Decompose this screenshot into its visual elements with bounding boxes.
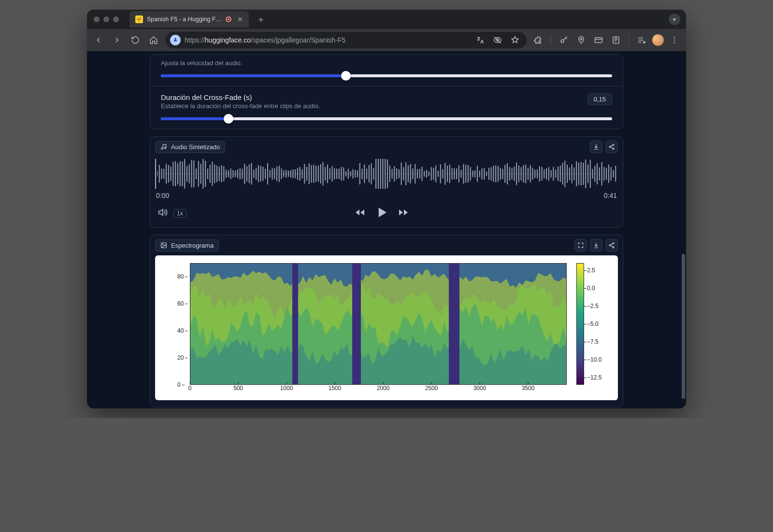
speed-slider-thumb[interactable]: [341, 71, 351, 81]
svg-point-8: [161, 148, 163, 150]
download-image-button[interactable]: [590, 239, 602, 252]
crossfade-value-input[interactable]: 0,15: [587, 93, 612, 105]
traffic-minimize[interactable]: [103, 16, 109, 22]
svg-rect-3: [595, 38, 602, 43]
volume-icon[interactable]: [157, 207, 168, 220]
window-controls[interactable]: [94, 16, 119, 22]
share-audio-button[interactable]: [605, 140, 618, 153]
page-viewport[interactable]: Ajusta la velocidad del audio. Duración …: [87, 51, 686, 408]
payment-icon[interactable]: [592, 33, 605, 47]
traffic-close[interactable]: [94, 16, 100, 22]
image-icon: [160, 242, 167, 249]
spectrogram-panel-label: Espectrograma: [155, 239, 219, 252]
back-button[interactable]: [92, 33, 105, 47]
kebab-menu-icon[interactable]: [668, 33, 681, 47]
fullscreen-button[interactable]: [574, 239, 587, 252]
reader-icon[interactable]: [609, 33, 623, 47]
svg-point-2: [580, 38, 582, 40]
speed-slider-desc: Ajusta la velocidad del audio.: [161, 59, 612, 67]
recording-indicator-icon: [226, 16, 231, 22]
url-text: https://huggingface.co/spaces/jpgallegoa…: [185, 36, 470, 44]
svg-point-9: [164, 147, 166, 149]
svg-point-7: [674, 42, 675, 43]
tab-title: Spanish F5 - a Hugging F…: [147, 16, 222, 23]
speed-slider-card: Ajusta la velocidad del audio.: [150, 55, 623, 86]
crossfade-title: Duración del Cross-Fade (s): [161, 93, 320, 101]
play-button[interactable]: [374, 205, 389, 222]
crossfade-slider-thumb[interactable]: [224, 114, 233, 124]
key-icon[interactable]: [557, 33, 571, 47]
rewind-button[interactable]: [354, 207, 366, 220]
traffic-zoom[interactable]: [113, 16, 119, 22]
time-total: 0:41: [604, 192, 617, 199]
svg-point-215: [162, 244, 163, 245]
speed-slider-fill: [161, 74, 346, 77]
spectrogram-heatmap: [190, 263, 567, 385]
music-note-icon: [160, 143, 167, 150]
playlist-icon[interactable]: [635, 33, 648, 47]
reload-button[interactable]: [129, 33, 142, 47]
tab-bar: 🤗 Spanish F5 - a Hugging F… ✕ ＋ ▾: [87, 10, 686, 29]
close-tab-icon[interactable]: ✕: [237, 15, 243, 23]
crossfade-slider[interactable]: [161, 117, 612, 120]
spectrogram-panel: Espectrograma 020406080 0500100015: [150, 235, 623, 407]
time-elapsed: 0:00: [156, 192, 169, 199]
share-image-button[interactable]: [605, 239, 618, 252]
browser-toolbar: https://huggingface.co/spaces/jpgallegoa…: [87, 29, 686, 51]
svg-point-5: [674, 37, 675, 38]
crossfade-slider-card: Duración del Cross-Fade (s) Establece la…: [150, 86, 623, 129]
audio-panel-label: Audio Sintetizado: [155, 141, 225, 153]
huggingface-favicon: 🤗: [135, 15, 143, 23]
site-permissions-mic-icon[interactable]: [170, 35, 181, 45]
svg-point-6: [674, 40, 675, 41]
crossfade-slider-fill: [161, 117, 229, 120]
browser-window: 🤗 Spanish F5 - a Hugging F… ✕ ＋ ▾ https:…: [87, 10, 686, 408]
speed-slider[interactable]: [161, 74, 612, 77]
location-icon[interactable]: [574, 33, 588, 47]
scrollbar-thumb[interactable]: [682, 254, 685, 399]
eye-off-icon[interactable]: [491, 33, 504, 47]
fast-forward-button[interactable]: [398, 207, 409, 220]
translate-icon[interactable]: [473, 33, 487, 47]
waveform-display[interactable]: [155, 159, 618, 189]
slider-panel: Ajusta la velocidad del audio. Duración …: [150, 54, 623, 129]
address-bar[interactable]: https://huggingface.co/spaces/jpgallegoa…: [165, 32, 527, 48]
extensions-icon[interactable]: [531, 33, 545, 47]
profile-avatar[interactable]: [652, 34, 664, 46]
tabs-menu-button[interactable]: ▾: [669, 14, 680, 25]
new-tab-button[interactable]: ＋: [257, 14, 265, 25]
browser-tab[interactable]: 🤗 Spanish F5 - a Hugging F… ✕: [129, 11, 249, 28]
audio-output-panel: Audio Sintetizado 0:00 0:41: [150, 136, 623, 228]
download-audio-button[interactable]: [590, 140, 602, 153]
crossfade-desc: Establece la duración del cross-fade ent…: [161, 102, 320, 110]
colorbar: 2.50.0−2.5−5.0−7.5−10.0−12.5: [576, 263, 608, 395]
spectrogram-figure: 020406080 0500100015002000250030003500 2…: [155, 255, 618, 400]
forward-button[interactable]: [110, 33, 124, 47]
home-button[interactable]: [147, 33, 160, 47]
bookmark-star-icon[interactable]: [508, 33, 522, 47]
playback-rate-button[interactable]: 1x: [173, 209, 186, 218]
